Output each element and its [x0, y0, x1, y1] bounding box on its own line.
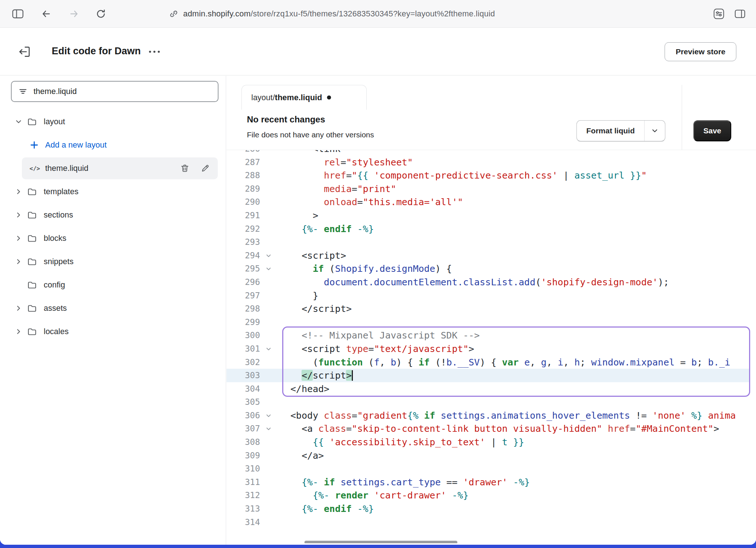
code-line[interactable]: 303 </script> — [227, 369, 750, 382]
sidebar-folder-config[interactable]: config — [0, 274, 226, 296]
code-line[interactable]: 299 — [227, 316, 750, 329]
code-line[interactable]: 311 {%- if settings.cart_type == 'drawer… — [227, 475, 750, 489]
line-number[interactable]: 307 — [227, 422, 260, 435]
line-number[interactable]: 295 — [227, 262, 260, 275]
save-button[interactable]: Save — [693, 120, 731, 141]
code-text[interactable]: </a> — [279, 449, 324, 462]
code-line[interactable]: 305 — [227, 395, 750, 409]
code-editor[interactable]: 286 <link287 rel="stylesheet"288 href="{… — [227, 150, 756, 543]
line-number[interactable]: 303 — [227, 369, 260, 382]
sidebar-folder-locales[interactable]: locales — [0, 321, 226, 342]
sidebar-folder-snippets[interactable]: snippets — [0, 251, 226, 273]
line-number[interactable]: 312 — [227, 489, 260, 502]
line-number[interactable]: 296 — [227, 275, 260, 289]
code-text[interactable]: {%- render 'cart-drawer' -%} — [279, 489, 469, 502]
code-text[interactable]: </head> — [279, 382, 330, 396]
code-text[interactable]: </script> — [279, 369, 353, 382]
line-number[interactable]: 301 — [227, 342, 260, 356]
chevron-right-icon[interactable] — [14, 327, 23, 336]
line-number[interactable]: 287 — [227, 156, 260, 169]
code-text[interactable]: </script> — [279, 302, 352, 316]
horizontal-scrollbar[interactable] — [304, 541, 457, 543]
reload-icon[interactable] — [95, 8, 106, 19]
chevron-right-icon[interactable] — [14, 210, 23, 220]
fold-chevron-icon[interactable] — [263, 262, 274, 275]
code-line[interactable]: 300 <!-- Mixpanel Javascript SDK --> — [227, 329, 750, 342]
trash-icon[interactable] — [180, 164, 190, 173]
code-text[interactable]: <!-- Mixpanel Javascript SDK --> — [279, 329, 480, 342]
line-number[interactable]: 314 — [227, 516, 260, 529]
exit-icon[interactable] — [17, 44, 32, 59]
line-number[interactable]: 292 — [227, 222, 260, 236]
line-number[interactable]: 309 — [227, 449, 260, 462]
chevron-down-icon[interactable] — [645, 121, 665, 141]
line-number[interactable]: 311 — [227, 475, 260, 489]
code-line[interactable]: 297 } — [227, 289, 750, 302]
code-text[interactable]: <script> — [279, 249, 346, 262]
code-text[interactable]: > — [279, 209, 318, 222]
back-icon[interactable] — [41, 8, 52, 19]
line-number[interactable]: 313 — [227, 502, 260, 516]
code-text[interactable]: (function (f, b) { if (!b.__SV) { var e,… — [279, 356, 730, 369]
code-line[interactable]: 298 </script> — [227, 302, 750, 316]
code-text[interactable]: href="{{ 'component-predictive-search.cs… — [279, 169, 647, 182]
sidebar-folder-assets[interactable]: assets — [0, 297, 226, 319]
more-options-icon[interactable] — [147, 49, 162, 55]
file-filter-box[interactable] — [11, 81, 218, 102]
code-text[interactable]: {{ 'accessibility.skip_to_text' | t }} — [279, 435, 524, 449]
code-line[interactable]: 290 onload="this.media='all'" — [227, 195, 750, 209]
line-number[interactable]: 304 — [227, 382, 260, 396]
line-number[interactable]: 294 — [227, 249, 260, 262]
line-number[interactable]: 289 — [227, 182, 260, 196]
chevron-right-icon[interactable] — [14, 234, 23, 243]
code-line[interactable]: 307 <a class="skip-to-content-link butto… — [227, 422, 750, 435]
tab-theme-liquid[interactable]: layout/theme.liquid — [241, 85, 367, 110]
line-number[interactable]: 290 — [227, 195, 260, 209]
sidebar-file-theme.liquid[interactable]: </>theme.liquid — [0, 157, 226, 179]
code-line[interactable]: 287 rel="stylesheet" — [227, 156, 750, 169]
code-text[interactable]: media="print" — [279, 182, 396, 196]
chevron-right-icon[interactable] — [14, 187, 23, 196]
browser-sidebar-toggle-icon[interactable] — [12, 8, 24, 19]
code-line[interactable]: 286 <link — [227, 150, 750, 156]
chevron-down-icon[interactable] — [14, 117, 23, 126]
code-line[interactable]: 304 </head> — [227, 382, 750, 396]
code-text[interactable]: rel="stylesheet" — [279, 156, 413, 169]
line-number[interactable]: 293 — [227, 235, 260, 249]
code-line[interactable]: 296 document.documentElement.classList.a… — [227, 275, 750, 289]
code-text[interactable]: <script type="text/javascript"> — [279, 342, 474, 356]
code-text[interactable]: if (Shopify.designMode) { — [279, 262, 452, 275]
sidebar-add-layout[interactable]: Add a new layout — [0, 134, 226, 156]
fold-chevron-icon[interactable] — [263, 409, 274, 422]
chevron-right-icon[interactable] — [14, 304, 23, 313]
line-number[interactable]: 297 — [227, 289, 260, 302]
code-line[interactable]: 301 <script type="text/javascript"> — [227, 342, 750, 356]
line-number[interactable]: 299 — [227, 316, 260, 329]
code-line[interactable]: 310 — [227, 462, 750, 475]
code-line[interactable]: 294 <script> — [227, 249, 750, 262]
code-line[interactable]: 312 {%- render 'cart-drawer' -%} — [227, 489, 750, 502]
line-number[interactable]: 286 — [227, 150, 260, 156]
address-bar[interactable]: admin.shopify.com/store/rzq1xu-f5/themes… — [169, 0, 495, 28]
line-number[interactable]: 308 — [227, 435, 260, 449]
code-text[interactable]: {%- endif -%} — [279, 222, 374, 236]
line-number[interactable]: 302 — [227, 356, 260, 369]
preview-store-button[interactable]: Preview store — [665, 42, 736, 61]
code-line[interactable]: 309 </a> — [227, 449, 750, 462]
forward-icon[interactable] — [68, 8, 79, 19]
line-number[interactable]: 298 — [227, 302, 260, 316]
format-liquid-button[interactable]: Format liquid — [576, 120, 665, 141]
code-line[interactable]: 308 {{ 'accessibility.skip_to_text' | t … — [227, 435, 750, 449]
sidebar-folder-templates[interactable]: templates — [0, 181, 226, 203]
code-text[interactable]: <body class="gradient{% if settings.anim… — [279, 409, 736, 422]
line-number[interactable]: 306 — [227, 409, 260, 422]
line-number[interactable]: 291 — [227, 209, 260, 222]
fold-chevron-icon[interactable] — [263, 422, 274, 435]
code-text[interactable]: document.documentElement.classList.add('… — [279, 275, 669, 289]
code-line[interactable]: 293 — [227, 235, 750, 249]
pencil-icon[interactable] — [200, 164, 210, 173]
fold-chevron-icon[interactable] — [263, 342, 274, 356]
line-number[interactable]: 300 — [227, 329, 260, 342]
code-line[interactable]: 289 media="print" — [227, 182, 750, 196]
code-text[interactable]: <a class="skip-to-content-link button vi… — [279, 422, 719, 435]
